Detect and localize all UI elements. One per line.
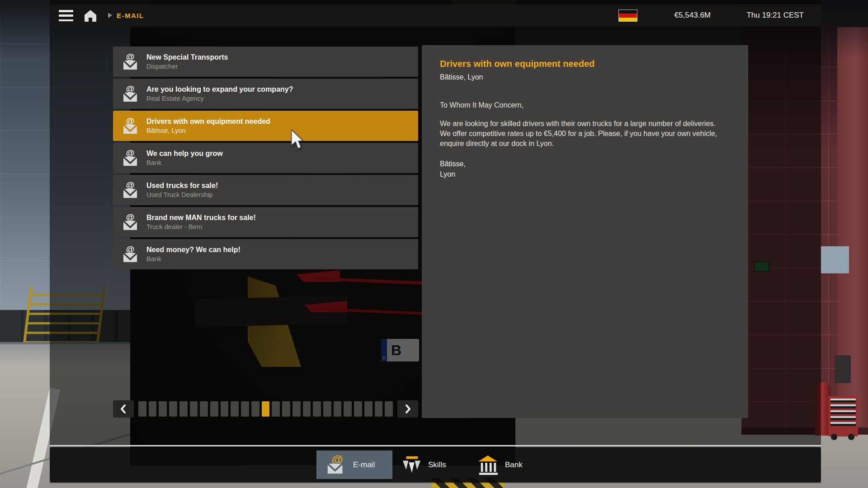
germany-flag-icon [618, 9, 637, 22]
svg-text:@: @ [126, 181, 135, 190]
breadcrumb: E-MAIL [117, 12, 144, 19]
svg-text:@: @ [126, 85, 135, 94]
signature-city: Lyon [440, 169, 730, 179]
page-square[interactable] [282, 401, 290, 417]
mouse-cursor [290, 129, 305, 150]
tab-bank[interactable]: Bank [468, 450, 544, 479]
tab-skills[interactable]: Skills [392, 450, 468, 479]
right-window [821, 246, 849, 273]
page-square-active[interactable] [262, 401, 270, 417]
svg-text:@: @ [126, 245, 135, 254]
page-square[interactable] [200, 401, 208, 417]
top-bar: E-MAIL €5,543.6M Thu 19:21 CEST [50, 5, 821, 27]
chevron-right-icon [403, 404, 412, 414]
email-envelope-icon: @ [121, 149, 139, 167]
page-square[interactable] [313, 401, 321, 417]
email-salutation: To Whom It May Concern, [440, 101, 730, 109]
email-list-item[interactable]: @ Brand new MAN trucks for sale! Truck d… [113, 207, 418, 237]
email-list: @ New Special Transports Dispatcher @ Ar… [113, 47, 418, 271]
email-icon: @ [326, 455, 346, 475]
page-square[interactable] [169, 401, 177, 417]
page-square[interactable] [303, 401, 311, 417]
email-list-item[interactable]: @ Used trucks for sale! Used Truck Deale… [113, 175, 418, 205]
email-envelope-icon: @ [121, 53, 139, 71]
page-square[interactable] [251, 401, 259, 417]
page-square[interactable] [210, 401, 218, 417]
page-square[interactable] [190, 401, 198, 417]
email-title: New Special Transports [146, 53, 228, 61]
email-subject: Drivers with own equipment needed [440, 59, 730, 69]
svg-text:@: @ [126, 213, 135, 222]
email-title: Brand new MAN trucks for sale! [146, 214, 256, 222]
svg-text:@: @ [126, 117, 135, 126]
tab-email[interactable]: @ E-mail [316, 450, 392, 479]
email-list-item[interactable]: @ We can help you grow Bank [113, 143, 418, 173]
page-square[interactable] [375, 401, 383, 417]
page-square[interactable] [385, 401, 393, 417]
tab-email-label: E-mail [353, 460, 375, 469]
page-square[interactable] [149, 401, 157, 417]
page-square[interactable] [354, 401, 362, 417]
email-sender: Bank [146, 159, 223, 166]
email-list-item-selected[interactable]: @ Drivers with own equipment needed Bâti… [113, 111, 418, 141]
page-square[interactable] [323, 401, 331, 417]
menu-icon[interactable] [59, 10, 73, 21]
email-body: We are looking for skilled drivers with … [440, 119, 725, 149]
email-list-item[interactable]: @ New Special Transports Dispatcher [113, 47, 418, 77]
money-balance: €5,543.6M [675, 11, 711, 20]
email-sender: Bâtisse, Lyon [146, 127, 270, 134]
email-envelope-icon: @ [121, 85, 139, 103]
pump-unit [835, 355, 851, 383]
page-square[interactable] [292, 401, 301, 417]
home-icon[interactable] [83, 9, 98, 23]
email-title: Used trucks for sale! [146, 182, 218, 190]
page-square[interactable] [231, 401, 239, 417]
svg-text:@: @ [126, 53, 135, 61]
email-reading-pane: Drivers with own equipment needed Bâtiss… [422, 45, 748, 418]
bank-icon [477, 455, 498, 475]
email-title: Drivers with own equipment needed [146, 117, 270, 126]
email-sender: Used Truck Dealership [146, 191, 218, 198]
bottom-separator-line [50, 445, 821, 446]
cart-wheel [831, 434, 837, 440]
page-square[interactable] [334, 401, 342, 417]
email-title: We can help you grow [146, 150, 223, 158]
email-sender: Bank [146, 255, 241, 263]
page-prev-button[interactable] [113, 400, 134, 418]
email-from: Bâtisse, Lyon [440, 73, 730, 81]
email-list-item[interactable]: @ Need money? We can help! Bank [113, 239, 418, 269]
page-square[interactable] [344, 401, 352, 417]
email-sender: Real Estate Agency [146, 95, 293, 102]
bottom-tab-bar: @ E-mail Skills B [50, 447, 821, 482]
email-title: Need money? We can help! [146, 246, 241, 254]
email-signature: Bâtisse, Lyon [440, 159, 730, 179]
email-sender: Truck dealer - Bern [146, 223, 256, 230]
page-square[interactable] [159, 401, 167, 417]
email-envelope-icon: @ [121, 245, 139, 263]
email-sender: Dispatcher [146, 63, 228, 70]
tab-bank-label: Bank [505, 460, 523, 469]
page-square[interactable] [364, 401, 373, 417]
breadcrumb-caret-icon [108, 13, 112, 18]
email-list-item[interactable]: @ Are you looking to expand your company… [113, 79, 418, 109]
page-square[interactable] [138, 401, 146, 417]
email-envelope-icon: @ [121, 213, 139, 231]
tab-skills-label: Skills [428, 460, 446, 469]
cart-wheel [848, 434, 854, 440]
page-square[interactable] [179, 401, 188, 417]
skills-icon [401, 455, 421, 475]
page-squares [138, 401, 393, 417]
page-square[interactable] [221, 401, 229, 417]
game-clock: Thu 19:21 CEST [746, 11, 804, 20]
email-envelope-icon: @ [121, 117, 139, 135]
signature-name: Bâtisse, [440, 159, 730, 169]
page-square[interactable] [241, 401, 249, 417]
svg-text:@: @ [126, 149, 135, 158]
email-pagination [113, 400, 418, 418]
chevron-left-icon [119, 404, 128, 414]
page-next-button[interactable] [397, 400, 418, 418]
email-title: Are you looking to expand your company? [146, 85, 293, 94]
email-envelope-icon: @ [121, 181, 139, 199]
page-square[interactable] [272, 401, 280, 417]
tool-cart [828, 396, 858, 436]
